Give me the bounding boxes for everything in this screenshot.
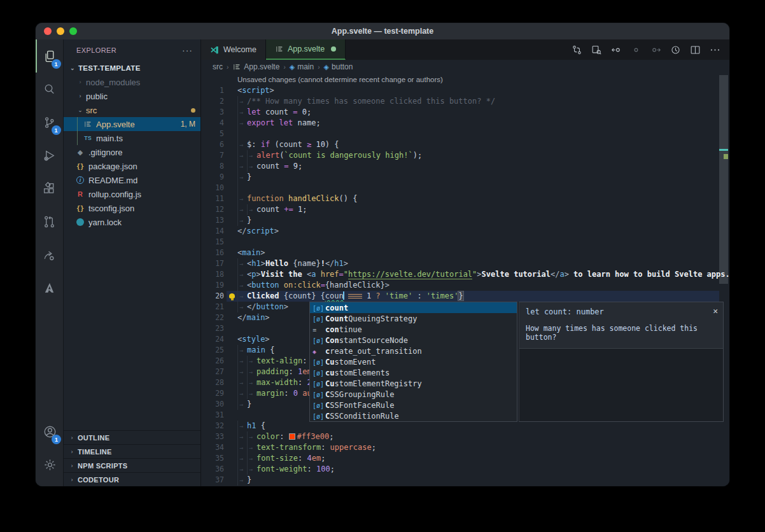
- explorer-header: EXPLORER ···: [64, 39, 200, 61]
- git-status-badge: 1, M: [181, 120, 195, 129]
- suggestion-item-customelementregistry[interactable]: [ø]CustomElementRegistry: [310, 378, 517, 389]
- line-number: 15: [201, 237, 224, 248]
- suggestion-item-customelements[interactable]: [ø]customElements: [310, 367, 517, 378]
- activity-azure-icon[interactable]: [36, 271, 64, 304]
- zoom-button[interactable]: [69, 27, 77, 35]
- code-line-19[interactable]: 19→<button on:click={handleClick}>: [201, 280, 729, 291]
- code-line-20[interactable]: 20→Clicked {count} {coun === 1 ? 'time' …: [201, 291, 729, 302]
- explorer-more-actions-button[interactable]: ···: [182, 45, 193, 55]
- code-line-16[interactable]: 16<main>: [201, 248, 729, 258]
- tree-item-main-ts[interactable]: TSmain.ts: [64, 131, 200, 145]
- tree-item-public[interactable]: ›public: [64, 89, 200, 103]
- compare-with-icon[interactable]: [589, 43, 603, 57]
- code-line-12[interactable]: 12→→count += 1;: [201, 204, 729, 215]
- code-line-2[interactable]: 2→/** How many times has someone clicked…: [201, 96, 729, 107]
- activity-run-debug-icon[interactable]: [36, 139, 64, 172]
- code-line-18[interactable]: 18→<p>Visit the <a href="https://svelte.…: [201, 269, 729, 280]
- suggest-docs-panel: let count: number How many times has som…: [519, 302, 724, 422]
- activity-settings-gear-icon[interactable]: [36, 448, 64, 481]
- suggestion-item-customevent[interactable]: [ø]CustomEvent: [310, 356, 517, 367]
- code-line-11[interactable]: 11→function handleClick() {: [201, 193, 729, 204]
- more-actions-icon[interactable]: [708, 43, 722, 57]
- variable-icon: [ø]: [312, 358, 325, 367]
- activity-source-control-icon[interactable]: 1: [36, 106, 64, 139]
- previous-change-icon[interactable]: [609, 43, 623, 57]
- tree-root-test-template[interactable]: ⌄TEST-TEMPLATE: [64, 61, 200, 75]
- tree-item-app-svelte[interactable]: App.svelte1, M: [64, 117, 200, 131]
- sidebar-section-timeline[interactable]: ›TIMELINE: [64, 444, 200, 458]
- gitlens-annotation: Unsaved changes (cannot determine recent…: [237, 74, 443, 85]
- line-number: 1: [201, 85, 224, 96]
- open-changes-icon[interactable]: [570, 43, 584, 57]
- code-line-5[interactable]: 5: [201, 129, 729, 139]
- file-history-icon[interactable]: [668, 43, 682, 57]
- code-editor[interactable]: Unsaved changes (cannot determine recent…: [201, 74, 729, 486]
- activity-github-pr-icon[interactable]: [36, 205, 64, 238]
- activity-search-icon[interactable]: [36, 73, 64, 106]
- changes-icon[interactable]: [629, 43, 643, 57]
- line-number: 18: [201, 269, 224, 280]
- suggestion-item-cssgroupingrule[interactable]: [ø]CSSGroupingRule: [310, 389, 517, 400]
- breadcrumb-app-svelte[interactable]: App.svelte: [232, 62, 279, 71]
- line-number: 7: [201, 150, 224, 161]
- code-line-8[interactable]: 8→→count = 9;: [201, 161, 729, 172]
- suggestion-item-countqueuingstrategy[interactable]: [ø]CountQueuingStrategy: [310, 313, 517, 324]
- suggestion-item-cssconditionrule[interactable]: [ø]CSSConditionRule: [310, 410, 517, 421]
- code-line-4[interactable]: 4→export let name;: [201, 118, 729, 129]
- code-line-7[interactable]: 7→→alert(`count is dangerously high!`);: [201, 150, 729, 161]
- tree-item-tsconfig-json[interactable]: {}tsconfig.json: [64, 201, 200, 215]
- tree-item-rollup-config-js[interactable]: Rrollup.config.js: [64, 187, 200, 201]
- breadcrumb-button[interactable]: ◈button: [324, 62, 353, 71]
- tree-item-src[interactable]: ⌄src: [64, 103, 200, 117]
- sidebar-section-codetour[interactable]: ›CODETOUR: [64, 472, 200, 486]
- code-line-3[interactable]: 3→let count = 0;: [201, 107, 729, 118]
- code-line-9[interactable]: 9→}: [201, 172, 729, 183]
- close-icon[interactable]: ✕: [713, 306, 718, 316]
- activity-accounts-icon[interactable]: 1: [36, 415, 64, 448]
- split-editor-icon[interactable]: [688, 43, 702, 57]
- tab-welcome[interactable]: Welcome: [201, 39, 266, 60]
- activity-live-share-icon[interactable]: [36, 238, 64, 271]
- json-icon: {}: [75, 161, 85, 171]
- minimize-button[interactable]: [57, 27, 64, 35]
- code-line-1[interactable]: 1<script>: [201, 85, 729, 96]
- code-line-34[interactable]: 34→→text-transform: uppercase;: [201, 442, 729, 453]
- code-line-35[interactable]: 35→→font-size: 4em;: [201, 453, 729, 464]
- suggestion-item-cssfontfacerule[interactable]: [ø]CSSFontFaceRule: [310, 400, 517, 410]
- code-line-15[interactable]: 15: [201, 237, 729, 248]
- badge: 1: [52, 59, 61, 69]
- explorer-title: EXPLORER: [76, 46, 116, 54]
- activity-extensions-icon[interactable]: [36, 172, 64, 205]
- variable-icon: [ø]: [312, 390, 325, 399]
- suggestion-item-constantsourcenode[interactable]: [ø]ConstantSourceNode: [310, 335, 517, 346]
- suggestion-item-count[interactable]: [ø]count: [310, 302, 517, 313]
- tree-item-readme-md[interactable]: iREADME.md: [64, 173, 200, 187]
- code-line-32[interactable]: 32→h1 {: [201, 421, 729, 431]
- dirty-indicator[interactable]: [331, 46, 336, 52]
- tree-item-node-modules[interactable]: ›node_modules: [64, 75, 200, 89]
- sidebar-section-npm-scripts[interactable]: ›NPM SCRIPTS: [64, 458, 200, 472]
- code-line-36[interactable]: 36→→font-weight: 100;: [201, 464, 729, 475]
- breadcrumb-src[interactable]: src: [213, 62, 223, 71]
- tree-item-yarn-lock[interactable]: yarn.lock: [64, 215, 200, 229]
- code-line-10[interactable]: 10: [201, 183, 729, 193]
- code-line-13[interactable]: 13→}: [201, 215, 729, 226]
- breadcrumb-main[interactable]: ◈main: [290, 62, 314, 71]
- lightbulb-icon[interactable]: [229, 293, 235, 298]
- close-button[interactable]: [44, 27, 52, 35]
- tree-item-gitignore[interactable]: ◆.gitignore: [64, 145, 200, 159]
- suggestion-item-continue[interactable]: ≡continue: [310, 324, 517, 335]
- code-line-6[interactable]: 6→$: if (count ≥ 10) {: [201, 139, 729, 150]
- code-line-17[interactable]: 17→<h1>Hello {name}!</h1>: [201, 258, 729, 269]
- suggestion-item-create-out-transition[interactable]: ◈create_out_transition: [310, 346, 517, 356]
- line-number: 12: [201, 204, 224, 215]
- tab-app-svelte[interactable]: App.svelte: [266, 39, 346, 60]
- code-line-14[interactable]: 14</script>: [201, 226, 729, 237]
- next-change-icon[interactable]: [649, 43, 663, 57]
- code-line-33[interactable]: 33→→color: #ff3e00;: [201, 431, 729, 442]
- activity-explorer-icon[interactable]: 1: [36, 39, 64, 73]
- variable-icon: [ø]: [312, 304, 325, 312]
- code-line-37[interactable]: 37→}: [201, 475, 729, 486]
- tree-item-package-json[interactable]: {}package.json: [64, 159, 200, 173]
- sidebar-section-outline[interactable]: ›OUTLINE: [64, 430, 200, 444]
